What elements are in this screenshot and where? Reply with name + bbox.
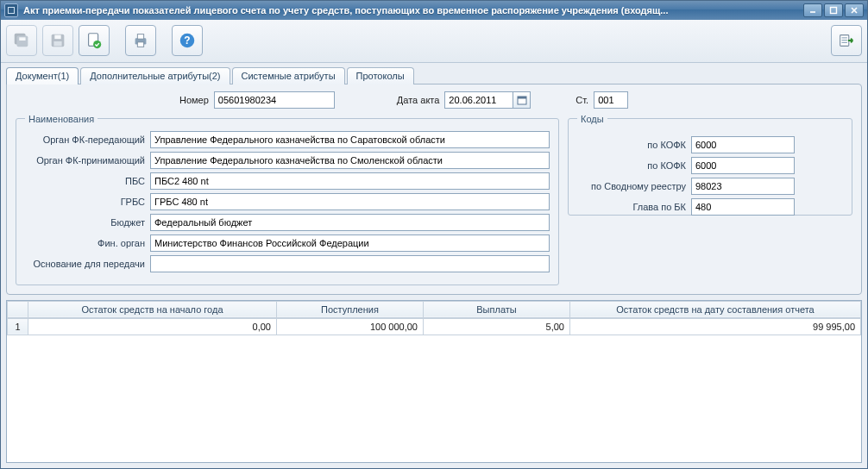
- tab-system-attrs[interactable]: Системные атрибуты: [232, 67, 345, 84]
- kofk1-field[interactable]: [691, 136, 795, 153]
- reason-field[interactable]: [150, 255, 550, 272]
- number-label: Номер: [179, 95, 209, 105]
- svg-rect-20: [842, 42, 847, 43]
- floppy-icon: [48, 31, 67, 50]
- cell-end-balance[interactable]: 99 995,00: [570, 318, 861, 335]
- export-button[interactable]: [831, 25, 862, 56]
- grid-col-2[interactable]: Поступления: [277, 301, 424, 317]
- org-fk-send-field[interactable]: [150, 131, 550, 148]
- toolbar: ?: [1, 20, 867, 63]
- svg-rect-1: [831, 7, 837, 13]
- grbs-field[interactable]: [150, 193, 550, 210]
- date-label: Дата акта: [397, 95, 440, 105]
- org-fk-recv-label: Орган ФК-принимающий: [25, 155, 150, 166]
- print-button[interactable]: [125, 25, 156, 56]
- svg-rect-18: [842, 37, 847, 38]
- printer-icon: [131, 31, 150, 50]
- svg-rect-19: [842, 40, 847, 41]
- date-field[interactable]: [444, 91, 513, 109]
- grid-col-4[interactable]: Остаток средств на дату составления отче…: [570, 301, 861, 317]
- glava-field[interactable]: [691, 198, 795, 216]
- glava-label: Глава по БК: [577, 202, 691, 212]
- cell-out[interactable]: 5,00: [424, 318, 570, 335]
- kofk2-label: по КОФК: [577, 160, 691, 171]
- kofk2-field[interactable]: [691, 157, 795, 174]
- names-fieldset: Наименования Орган ФК-передающий Орган Ф…: [16, 114, 559, 285]
- app-icon: [4, 3, 18, 17]
- save-button: [42, 25, 73, 56]
- svg-rect-9: [53, 41, 61, 46]
- grid-corner: [8, 301, 28, 317]
- codes-legend: Коды: [577, 114, 607, 124]
- cell-start-balance[interactable]: 0,00: [28, 318, 277, 335]
- grid-col-1[interactable]: Остаток средств на начало года: [28, 301, 277, 317]
- tab-bar: Документ(1) Дополнительные атрибуты(2) С…: [1, 63, 867, 84]
- st-field[interactable]: [594, 91, 628, 109]
- svg-rect-6: [19, 37, 25, 41]
- export-icon: [837, 31, 856, 50]
- org-fk-recv-field[interactable]: [150, 152, 550, 169]
- app-window: Акт приемки-передачи показателей лицевог…: [0, 0, 868, 469]
- row-number: 1: [8, 318, 28, 335]
- number-field[interactable]: [214, 91, 335, 109]
- reason-label: Основание для передачи: [25, 259, 150, 269]
- calendar-icon: [517, 95, 527, 105]
- table-row[interactable]: 1 0,00 100 000,00 5,00 99 995,00: [8, 318, 861, 335]
- titlebar: Акт приемки-передачи показателей лицевог…: [1, 1, 867, 20]
- pbs-field[interactable]: [150, 172, 550, 190]
- svod-field[interactable]: [691, 178, 795, 195]
- help-icon: ?: [178, 31, 197, 50]
- cell-income[interactable]: 100 000,00: [277, 318, 424, 335]
- document-form: Номер Дата акта Ст. Наименования Орган Ф…: [6, 84, 862, 295]
- summary-grid: Остаток средств на начало года Поступлен…: [6, 300, 862, 463]
- grbs-label: ГРБС: [25, 197, 150, 207]
- date-picker-button[interactable]: [513, 91, 531, 109]
- floppy-stack-icon: [12, 31, 31, 50]
- grid-header: Остаток средств на начало года Поступлен…: [7, 301, 861, 318]
- kofk1-label: по КОФК: [577, 140, 691, 150]
- svg-rect-14: [137, 42, 143, 47]
- help-button[interactable]: ?: [172, 25, 203, 56]
- svg-rect-13: [137, 34, 143, 40]
- fin-field[interactable]: [150, 234, 550, 252]
- names-legend: Наименования: [25, 114, 97, 124]
- org-fk-send-label: Орган ФК-передающий: [25, 134, 150, 145]
- grid-body[interactable]: 1 0,00 100 000,00 5,00 99 995,00: [7, 318, 861, 462]
- save-disk-copy-button: [6, 25, 37, 56]
- pbs-label: ПБС: [25, 176, 150, 186]
- tab-protocols[interactable]: Протоколы: [347, 67, 414, 84]
- minimize-button[interactable]: [803, 3, 822, 17]
- svg-rect-8: [54, 34, 60, 39]
- svg-text:?: ?: [184, 34, 190, 47]
- close-button[interactable]: [845, 3, 864, 17]
- codes-fieldset: Коды по КОФК по КОФК по Сводному реестру…: [568, 114, 852, 216]
- tab-document[interactable]: Документ(1): [6, 67, 79, 84]
- st-label: Ст.: [576, 95, 588, 105]
- tab-extra-attrs[interactable]: Дополнительные атрибуты(2): [80, 67, 230, 84]
- svg-rect-22: [518, 97, 526, 99]
- budget-field[interactable]: [150, 214, 550, 231]
- document-check-icon: [85, 31, 104, 50]
- fin-label: Фин. орган: [25, 238, 150, 248]
- maximize-button[interactable]: [824, 3, 843, 17]
- validate-button[interactable]: [79, 25, 110, 56]
- budget-label: Бюджет: [25, 217, 150, 228]
- svod-label: по Сводному реестру: [577, 181, 691, 191]
- window-title: Акт приемки-передачи показателей лицевог…: [23, 5, 803, 16]
- grid-col-3[interactable]: Выплаты: [424, 301, 570, 317]
